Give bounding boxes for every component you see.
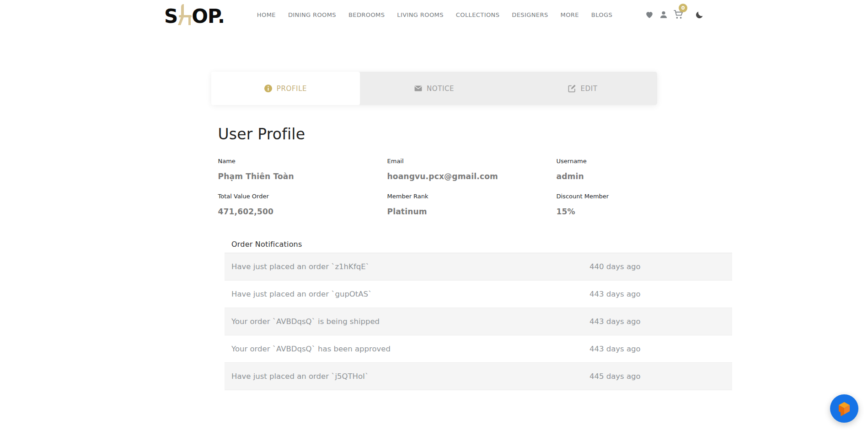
chat-cube-icon bbox=[836, 400, 852, 417]
nav-item-home[interactable]: HOME bbox=[257, 11, 276, 18]
field-label: Username bbox=[557, 158, 657, 165]
nav-item-bedrooms[interactable]: BEDROOMS bbox=[348, 11, 385, 18]
notification-row[interactable]: Your order `AVBDqsQ` is being shipped 44… bbox=[225, 308, 732, 335]
main-content: PROFILE NOTICE EDIT User Profile Name Ph… bbox=[0, 72, 868, 390]
field-value: 15% bbox=[557, 207, 657, 216]
notification-message: Your order `AVBDqsQ` has been approved bbox=[225, 345, 589, 353]
field-total-value-order: Total Value Order 471,602,500 bbox=[218, 193, 387, 216]
edit-icon bbox=[568, 84, 576, 93]
user-icon bbox=[659, 10, 668, 19]
chair-icon bbox=[177, 4, 193, 25]
tab-notice[interactable]: NOTICE bbox=[360, 72, 509, 105]
field-value: Platinum bbox=[387, 207, 557, 216]
field-label: Name bbox=[218, 158, 387, 165]
notifications-list: Have just placed an order `z1hKfqE` 440 … bbox=[225, 253, 732, 390]
nav-item-collections[interactable]: COLLECTIONS bbox=[456, 11, 499, 18]
field-username: Username admin bbox=[557, 158, 657, 181]
notification-time: 443 days ago bbox=[589, 345, 641, 353]
field-member-rank: Member Rank Platinum bbox=[387, 193, 557, 216]
envelope-icon bbox=[414, 84, 423, 93]
heart-icon bbox=[645, 10, 654, 19]
profile-tabbar: PROFILE NOTICE EDIT bbox=[211, 72, 657, 105]
field-value: Phạm Thiên Toàn bbox=[218, 172, 387, 181]
account-button[interactable] bbox=[659, 10, 668, 19]
notification-message: Have just placed an order `z1hKfqE` bbox=[225, 262, 589, 271]
tab-edit[interactable]: EDIT bbox=[509, 72, 657, 105]
field-name: Name Phạm Thiên Toàn bbox=[218, 158, 387, 181]
notification-row[interactable]: Have just placed an order `j5QTHoI` 445 … bbox=[225, 363, 732, 390]
field-label: Discount Member bbox=[557, 193, 657, 200]
field-value: admin bbox=[557, 172, 657, 181]
nav-item-living-rooms[interactable]: LIVING ROOMS bbox=[397, 11, 444, 18]
tab-edit-label: EDIT bbox=[580, 85, 597, 93]
theme-toggle-button[interactable] bbox=[695, 11, 704, 19]
cart-count-badge: 0 bbox=[679, 4, 687, 12]
notification-message: Have just placed an order `gupOtAS` bbox=[225, 290, 589, 298]
nav-item-designers[interactable]: DESIGNERS bbox=[512, 11, 548, 18]
notifications-section: Order Notifications Have just placed an … bbox=[225, 240, 732, 390]
notification-row[interactable]: Have just placed an order `gupOtAS` 443 … bbox=[225, 281, 732, 308]
notifications-title: Order Notifications bbox=[225, 240, 732, 249]
notification-time: 445 days ago bbox=[589, 372, 641, 381]
field-value: 471,602,500 bbox=[218, 207, 387, 216]
page-title: User Profile bbox=[218, 125, 657, 143]
header-icons: 0 bbox=[645, 10, 704, 20]
notification-row[interactable]: Have just placed an order `z1hKfqE` 440 … bbox=[225, 253, 732, 281]
logo-text-prefix: S bbox=[164, 8, 177, 25]
moon-icon bbox=[695, 11, 704, 19]
main-nav: HOME DINING ROOMS BEDROOMS LIVING ROOMS … bbox=[257, 11, 612, 18]
wishlist-button[interactable] bbox=[645, 10, 654, 19]
field-value: hoangvu.pcx@gmail.com bbox=[387, 172, 557, 181]
chat-widget-button[interactable] bbox=[830, 394, 858, 423]
info-icon bbox=[264, 84, 273, 93]
notification-time: 443 days ago bbox=[589, 290, 641, 298]
notification-message: Have just placed an order `j5QTHoI` bbox=[225, 372, 589, 381]
field-label: Member Rank bbox=[387, 193, 557, 200]
notification-message: Your order `AVBDqsQ` is being shipped bbox=[225, 317, 589, 326]
field-email: Email hoangvu.pcx@gmail.com bbox=[387, 158, 557, 181]
tab-profile-label: PROFILE bbox=[277, 85, 307, 93]
profile-fields: Name Phạm Thiên Toàn Email hoangvu.pcx@g… bbox=[218, 158, 657, 216]
profile-section: User Profile Name Phạm Thiên Toàn Email … bbox=[211, 125, 657, 216]
cart-button[interactable]: 0 bbox=[673, 10, 684, 20]
notification-row[interactable]: Your order `AVBDqsQ` has been approved 4… bbox=[225, 335, 732, 363]
field-label: Total Value Order bbox=[218, 193, 387, 200]
nav-item-dining-rooms[interactable]: DINING ROOMS bbox=[288, 11, 336, 18]
site-header: S OP. HOME DINING ROOMS BEDROOMS LIVING … bbox=[0, 0, 868, 29]
field-label: Email bbox=[387, 158, 557, 165]
notification-time: 440 days ago bbox=[589, 262, 641, 271]
nav-item-blogs[interactable]: BLOGS bbox=[591, 11, 612, 18]
field-discount-member: Discount Member 15% bbox=[557, 193, 657, 216]
tab-notice-label: NOTICE bbox=[427, 85, 454, 93]
notification-time: 443 days ago bbox=[589, 317, 641, 326]
nav-item-more[interactable]: MORE bbox=[561, 11, 579, 18]
logo[interactable]: S OP. bbox=[164, 4, 225, 25]
tab-profile[interactable]: PROFILE bbox=[211, 72, 360, 105]
logo-text-suffix: OP. bbox=[192, 8, 225, 25]
